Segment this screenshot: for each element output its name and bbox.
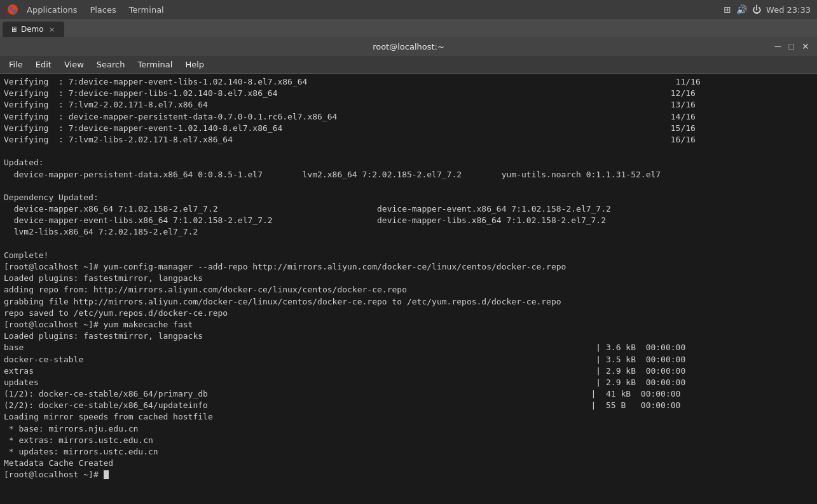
terminal-line: Updated: [4,158,44,167]
terminal-line: Loaded plugins: fastestmirror, langpacks [4,331,203,341]
terminal-line: Dependency Updated: [4,193,99,202]
terminal-line: extras | 2.9 kB 00:00:00 [4,366,685,376]
terminal-line: Verifying : 7:device-mapper-libs-1.02.14… [4,88,696,98]
clock: Wed 23:33 [766,5,811,15]
terminal-line: repo saved to /etc/yum.repos.d/docker-ce… [4,308,228,318]
terminal-line: lvm2-libs.x86_64 7:2.02.185-2.el7_7.2 [4,227,198,236]
terminal-menu[interactable]: Terminal [124,4,169,16]
system-bar-left: 🐾 Applications Places Terminal [6,3,169,16]
terminal-line: [root@localhost ~]# yum makecache fast [4,320,193,329]
terminal-line: device-mapper-persistent-data.x86_64 0:0… [4,170,661,179]
tab-bar: 🖥 Demo × [0,19,817,37]
terminal-line: (1/2): docker-ce-stable/x86_64/primary_d… [4,389,680,398]
menu-search[interactable]: Search [90,58,132,71]
terminal-line: [root@localhost ~]# [4,470,109,479]
terminal-line: grabbing file http://mirrors.aliyun.com/… [4,297,561,306]
menu-file[interactable]: File [3,58,29,71]
power-icon[interactable]: ⏻ [752,4,761,15]
menu-edit[interactable]: Edit [29,58,58,71]
svg-text:🐾: 🐾 [9,6,17,14]
terminal-window: root@localhost:~ ─ □ ✕ File Edit View Se… [0,37,817,504]
terminal-menu-bar: File Edit View Search Terminal Help [0,56,817,74]
close-button[interactable]: ✕ [799,41,812,51]
sound-icon[interactable]: 🔊 [736,4,747,15]
places-menu[interactable]: Places [85,4,121,16]
terminal-content[interactable]: Verifying : 7:device-mapper-event-libs-1… [0,74,817,504]
display-icon[interactable]: ⊞ [724,4,731,15]
terminal-line: [root@localhost ~]# yum-config-manager -… [4,262,566,271]
menu-view[interactable]: View [58,58,90,71]
terminal-line: * updates: mirrors.ustc.edu.cn [4,447,158,456]
gnome-icon: 🐾 [6,3,19,16]
applications-menu[interactable]: Applications [22,4,82,16]
terminal-title-bar: root@localhost:~ ─ □ ✕ [0,37,817,56]
terminal-line: docker-ce-stable | 3.5 kB 00:00:00 [4,355,685,364]
terminal-line: * base: mirrors.nju.edu.cn [4,424,138,433]
terminal-line: Verifying : 7:device-mapper-event-1.02.1… [4,123,696,133]
terminal-line: Verifying : 7:lvm2-2.02.171-8.el7.x86_64… [4,100,696,109]
terminal-line: Verifying : 7:device-mapper-event-libs-1… [4,77,701,86]
terminal-window-buttons: ─ □ ✕ [772,41,812,51]
menu-terminal[interactable]: Terminal [131,58,179,71]
terminal-line: updates | 2.9 kB 00:00:00 [4,378,685,387]
terminal-line: base | 3.6 kB 00:00:00 [4,343,685,352]
system-bar: 🐾 Applications Places Terminal ⊞ 🔊 ⏻ Wed… [0,0,817,19]
terminal-line: Verifying : 7:lvm2-libs-2.02.171-8.el7.x… [4,135,696,144]
system-bar-right: ⊞ 🔊 ⏻ Wed 23:33 [724,4,811,15]
terminal-line: Loading mirror speeds from cached hostfi… [4,412,213,421]
cursor [104,470,109,479]
terminal-line: (2/2): docker-ce-stable/x86_64/updateinf… [4,400,680,410]
menu-help[interactable]: Help [179,58,210,71]
tab-close-button[interactable]: × [48,25,57,34]
tab-icon: 🖥 [10,25,17,34]
minimize-button[interactable]: ─ [772,41,784,51]
terminal-line: adding repo from: http://mirrors.aliyun.… [4,285,407,294]
tab-label: Demo [21,25,44,34]
terminal-line: * extras: mirrors.ustc.edu.cn [4,435,153,445]
terminal-line: device-mapper.x86_64 7:1.02.158-2.el7_7.… [4,204,611,214]
demo-tab[interactable]: 🖥 Demo × [3,22,64,37]
terminal-line: device-mapper-event-libs.x86_64 7:1.02.1… [4,215,606,225]
maximize-button[interactable]: □ [786,41,797,51]
terminal-title: root@localhost:~ [373,42,444,51]
terminal-line: Complete! [4,250,48,260]
terminal-line: Verifying : device-mapper-persistent-dat… [4,112,696,121]
terminal-line: Metadata Cache Created [4,458,113,468]
terminal-line: Loaded plugins: fastestmirror, langpacks [4,273,203,283]
